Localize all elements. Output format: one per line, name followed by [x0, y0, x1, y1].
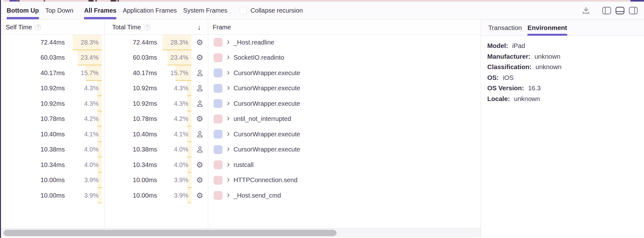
column-header-frame[interactable]: Frame — [208, 20, 481, 34]
expand-chevron-icon[interactable]: › — [227, 99, 230, 107]
expand-chevron-icon[interactable]: › — [227, 129, 230, 138]
self-pct-cell: 4.0% — [65, 157, 102, 173]
self-time-cell: 72.44ms 28.3% — [1, 35, 104, 50]
self-pct-cell: 28.3% — [65, 35, 102, 50]
total-pct-value: 4.2% — [174, 115, 191, 122]
total-time-cell: 60.03ms 23.4% ⚙ — [104, 50, 208, 66]
frame-row[interactable]: 10.00ms 3.9% 10.00ms 3.9% ⚙ › _ — [1, 188, 481, 203]
tab-label: Top Down — [45, 7, 73, 14]
frame-row[interactable]: 10.40ms 4.1% 10.40ms 4.1% › Cu — [1, 127, 481, 142]
frame-color-swatch — [214, 191, 222, 200]
total-time-cell: 10.78ms 4.2% ⚙ — [104, 111, 208, 127]
toolbar-icons — [581, 6, 644, 15]
collapse-recursion-control[interactable]: Collapse recursion — [240, 7, 303, 14]
collapse-recursion-checkbox[interactable] — [240, 7, 247, 14]
self-pct-cell: 15.7% — [65, 65, 102, 81]
expand-chevron-icon[interactable]: › — [227, 175, 230, 184]
environment-field-value: 16.3 — [526, 84, 541, 92]
frame-name: until_not_interrupted — [234, 115, 291, 122]
layout-right-panel-icon[interactable] — [629, 6, 638, 15]
self-pct-cell: 4.3% — [65, 96, 102, 111]
frame-name: CursorWrapper.execute — [234, 85, 300, 92]
self-pct-value: 4.2% — [84, 115, 102, 122]
frame-name: CursorWrapper.execute — [234, 131, 300, 138]
frame-cell: › CursorWrapper.execute — [208, 142, 481, 158]
expand-chevron-icon[interactable]: › — [227, 145, 230, 153]
total-time-value: 10.38ms — [104, 142, 157, 158]
view-tabs: Bottom Up Top Down All Frames Applicatio… — [3, 2, 231, 19]
frame-row[interactable]: 10.92ms 4.3% 10.92ms 4.3% › Cu — [1, 96, 481, 111]
total-pct-value: 4.0% — [174, 161, 191, 169]
self-time-cell: 10.92ms 4.3% — [1, 81, 104, 96]
self-time-cell: 10.00ms 3.9% — [1, 188, 104, 203]
expand-chevron-icon[interactable]: › — [227, 38, 230, 46]
total-pct-cell: 23.4% — [157, 50, 191, 66]
total-time-value: 40.17ms — [104, 65, 157, 81]
environment-field-label: Model: — [487, 42, 508, 49]
self-pct-cell: 23.4% — [65, 50, 102, 66]
frame-cell: › CursorWrapper.execute — [208, 81, 481, 96]
self-pct-value: 15.7% — [81, 69, 102, 77]
details-tab-transaction[interactable]: Transaction — [488, 20, 522, 36]
self-pct-cell: 3.9% — [65, 188, 102, 203]
environment-field-label: Manufacturer: — [487, 53, 531, 60]
layout-left-panel-icon[interactable] — [602, 6, 611, 15]
frame-cell: › CursorWrapper.execute — [208, 96, 481, 111]
frame-name: CursorWrapper.execute — [234, 146, 300, 153]
environment-field-value: iPad — [510, 42, 525, 49]
total-pct-cell: 4.0% — [157, 157, 191, 173]
total-time-cell: 40.17ms 15.7% — [104, 65, 208, 81]
column-header-total-time[interactable]: Total Time ? ↓ — [104, 20, 208, 34]
frame-row[interactable]: 10.38ms 4.0% 10.38ms 4.0% › Cu — [1, 142, 481, 158]
user-icon — [196, 85, 204, 92]
tab-top-down[interactable]: Top Down — [45, 2, 73, 19]
frame-row[interactable]: 10.78ms 4.2% 10.78ms 4.2% ⚙ › u — [1, 111, 481, 127]
frame-row[interactable]: 10.34ms 4.0% 10.34ms 4.0% ⚙ › r — [1, 157, 481, 173]
help-icon[interactable]: ? — [144, 24, 150, 30]
total-time-cell: 72.44ms 28.3% ⚙ — [104, 35, 208, 50]
layout-bottom-panel-icon[interactable] — [615, 6, 625, 15]
expand-chevron-icon[interactable]: › — [227, 53, 230, 61]
self-time-value: 10.92ms — [1, 81, 65, 96]
self-pct-value: 4.0% — [84, 146, 102, 153]
tab-bottom-up[interactable]: Bottom Up — [7, 2, 39, 19]
self-pct-cell: 4.1% — [65, 127, 102, 142]
self-time-value: 10.38ms — [1, 142, 65, 158]
tab-system-frames[interactable]: System Frames — [183, 2, 228, 19]
frame-cell: › CursorWrapper.execute — [208, 127, 481, 142]
tab-application-frames[interactable]: Application Frames — [123, 2, 177, 19]
frame-row[interactable]: 10.00ms 3.9% 10.00ms 3.9% ⚙ › H — [1, 173, 481, 188]
frame-color-swatch — [214, 53, 222, 62]
tab-label: Application Frames — [123, 7, 177, 14]
expand-chevron-icon[interactable]: › — [227, 114, 230, 122]
self-time-value: 10.92ms — [1, 96, 65, 111]
details-panel: Transaction Environment Model: iPad Manu… — [481, 20, 644, 238]
environment-field-label: OS Version: — [487, 84, 524, 92]
expand-chevron-icon[interactable]: › — [227, 68, 230, 77]
column-header-self-time[interactable]: Self Time ? — [1, 20, 104, 34]
frame-cell: › _Host.readline — [208, 35, 481, 50]
expand-chevron-icon[interactable]: › — [227, 160, 230, 169]
expand-chevron-icon[interactable]: › — [227, 83, 230, 92]
tab-all-frames[interactable]: All Frames — [84, 2, 116, 19]
help-icon[interactable]: ? — [35, 24, 41, 30]
expand-chevron-icon[interactable]: › — [227, 191, 230, 199]
horizontal-scrollbar-thumb[interactable] — [3, 230, 337, 236]
frame-row[interactable]: 10.92ms 4.3% 10.92ms 4.3% › Cu — [1, 81, 481, 96]
total-pct-cell: 4.2% — [157, 111, 191, 127]
frame-row[interactable]: 60.03ms 23.4% 60.03ms 23.4% ⚙ › — [1, 50, 481, 66]
tab-label: All Frames — [84, 7, 116, 14]
frame-row[interactable]: 40.17ms 15.7% 40.17ms 15.7% › — [1, 65, 481, 81]
total-time-cell: 10.00ms 3.9% ⚙ — [104, 188, 208, 203]
self-pct-value: 3.9% — [84, 192, 102, 199]
frame-row[interactable]: 72.44ms 28.3% 72.44ms 28.3% ⚙ › — [1, 35, 481, 50]
horizontal-scrollbar-track[interactable] — [1, 228, 481, 237]
self-time-value: 10.34ms — [1, 157, 65, 173]
details-tab-environment[interactable]: Environment — [527, 20, 567, 36]
environment-field-value: unknown — [533, 53, 561, 60]
frame-cell: › CursorWrapper.execute — [208, 65, 481, 81]
environment-field: OS: iOS — [487, 72, 644, 83]
download-icon[interactable] — [581, 6, 591, 15]
frame-name: HTTPConnection.send — [234, 176, 297, 184]
environment-field: Model: iPad — [487, 40, 644, 51]
